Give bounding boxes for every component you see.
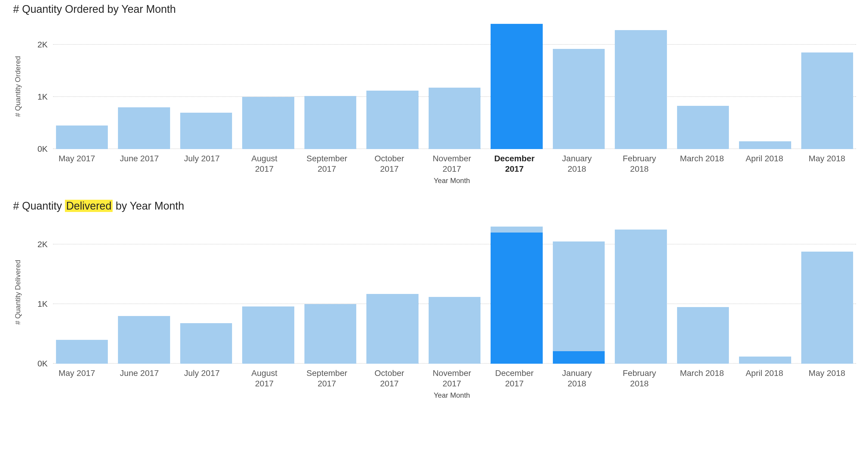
chart-delivered-y-ticks: 0K1K2K bbox=[24, 221, 53, 364]
bar-slot bbox=[56, 221, 108, 364]
x-tick[interactable]: August2017 bbox=[238, 368, 291, 389]
x-tick[interactable]: September2017 bbox=[301, 368, 353, 389]
bar-slot bbox=[491, 24, 542, 149]
x-tick[interactable]: July 2017 bbox=[176, 368, 228, 389]
chart-ordered: # Quantity Ordered by Year Month # Quant… bbox=[12, 3, 856, 185]
chart-delivered-title-prefix: # Quantity bbox=[13, 200, 65, 212]
bar[interactable] bbox=[739, 356, 791, 364]
bar-segment bbox=[118, 316, 170, 364]
bar[interactable] bbox=[56, 125, 108, 149]
x-tick[interactable]: July 2017 bbox=[176, 153, 228, 174]
bar-segment bbox=[429, 297, 480, 364]
bar-segment bbox=[56, 340, 108, 364]
x-tick[interactable]: March 2018 bbox=[676, 368, 728, 389]
x-tick[interactable]: November2017 bbox=[426, 368, 478, 389]
x-tick[interactable]: December2017 bbox=[488, 368, 540, 389]
bar-segment bbox=[801, 252, 853, 364]
chart-delivered-plot[interactable] bbox=[53, 221, 856, 364]
bar[interactable] bbox=[615, 30, 666, 149]
chart-ordered-y-label: # Quantity Ordered bbox=[12, 24, 24, 149]
bar[interactable] bbox=[615, 230, 666, 364]
bar[interactable] bbox=[242, 97, 294, 149]
bar-segment bbox=[615, 230, 666, 364]
bar-slot bbox=[304, 221, 356, 364]
x-tick[interactable]: May 2017 bbox=[51, 368, 103, 389]
x-tick[interactable]: May 2017 bbox=[51, 153, 103, 174]
bar-segment bbox=[180, 113, 232, 149]
bar-slot bbox=[429, 221, 480, 364]
bar-segment bbox=[56, 125, 108, 149]
bar[interactable] bbox=[366, 91, 418, 149]
bar[interactable] bbox=[677, 106, 729, 149]
bar[interactable] bbox=[553, 49, 605, 149]
bar[interactable] bbox=[242, 307, 294, 364]
bar-slot bbox=[553, 221, 605, 364]
bar[interactable] bbox=[304, 304, 356, 364]
chart-ordered-plot[interactable] bbox=[53, 24, 856, 149]
bar-segment bbox=[491, 227, 542, 233]
bar-segment bbox=[739, 356, 791, 364]
chart-ordered-title-prefix: # Quantity bbox=[13, 3, 65, 15]
x-tick[interactable]: May 2018 bbox=[801, 368, 853, 389]
chart-ordered-bars bbox=[53, 24, 856, 149]
bar-slot bbox=[677, 24, 729, 149]
bar[interactable] bbox=[553, 241, 605, 364]
bar[interactable] bbox=[304, 96, 356, 149]
bar[interactable] bbox=[118, 316, 170, 364]
x-tick[interactable]: June 2017 bbox=[113, 368, 166, 389]
bar[interactable] bbox=[429, 297, 480, 364]
bar[interactable] bbox=[491, 24, 542, 149]
x-tick[interactable]: August2017 bbox=[238, 153, 291, 174]
bar-segment bbox=[801, 53, 853, 149]
chart-ordered-title-main: Ordered bbox=[65, 3, 104, 15]
bar[interactable] bbox=[180, 113, 232, 149]
bar[interactable] bbox=[801, 53, 853, 149]
x-tick[interactable]: March 2018 bbox=[676, 153, 728, 174]
bar-slot bbox=[739, 24, 791, 149]
x-tick[interactable]: April 2018 bbox=[738, 368, 790, 389]
bar-slot bbox=[180, 24, 232, 149]
bar-segment-selected bbox=[491, 233, 542, 364]
chart-delivered-title: # Quantity Delivered by Year Month bbox=[13, 200, 856, 212]
x-tick[interactable]: February2018 bbox=[613, 153, 666, 174]
chart-delivered-title-suffix: by Year Month bbox=[113, 200, 184, 212]
bar-slot bbox=[801, 221, 853, 364]
x-tick[interactable]: February2018 bbox=[613, 368, 666, 389]
bar-slot bbox=[304, 24, 356, 149]
bar[interactable] bbox=[429, 88, 480, 149]
bar[interactable] bbox=[180, 323, 232, 364]
bar[interactable] bbox=[366, 294, 418, 364]
bar-slot bbox=[739, 221, 791, 364]
bar-slot bbox=[491, 221, 542, 364]
x-tick[interactable]: May 2018 bbox=[801, 153, 853, 174]
bar[interactable] bbox=[801, 252, 853, 364]
x-tick[interactable]: June 2017 bbox=[113, 153, 166, 174]
x-tick[interactable]: January2018 bbox=[551, 153, 603, 174]
bar-slot bbox=[677, 221, 729, 364]
bar-slot bbox=[180, 221, 232, 364]
bar[interactable] bbox=[677, 307, 729, 364]
bar-segment bbox=[304, 96, 356, 149]
x-tick[interactable]: October2017 bbox=[363, 153, 415, 174]
bar-segment bbox=[553, 49, 605, 149]
bar-slot bbox=[366, 221, 418, 364]
chart-delivered-x-label: Year Month bbox=[48, 391, 856, 400]
bar-segment bbox=[242, 307, 294, 364]
x-tick[interactable]: December2017 bbox=[488, 153, 540, 174]
x-tick[interactable]: April 2018 bbox=[738, 153, 790, 174]
bar-segment bbox=[553, 241, 605, 351]
x-tick[interactable]: November2017 bbox=[426, 153, 478, 174]
chart-ordered-title: # Quantity Ordered by Year Month bbox=[13, 3, 856, 16]
bar-slot bbox=[615, 221, 666, 364]
bar-segment bbox=[242, 97, 294, 149]
bar[interactable] bbox=[491, 227, 542, 364]
chart-delivered-bars bbox=[53, 221, 856, 364]
bar-slot bbox=[553, 24, 605, 149]
x-tick[interactable]: October2017 bbox=[363, 368, 415, 389]
bar[interactable] bbox=[118, 107, 170, 149]
bar-slot bbox=[242, 24, 294, 149]
x-tick[interactable]: September2017 bbox=[301, 153, 353, 174]
bar[interactable] bbox=[739, 141, 791, 149]
bar[interactable] bbox=[56, 340, 108, 364]
x-tick[interactable]: January2018 bbox=[551, 368, 603, 389]
